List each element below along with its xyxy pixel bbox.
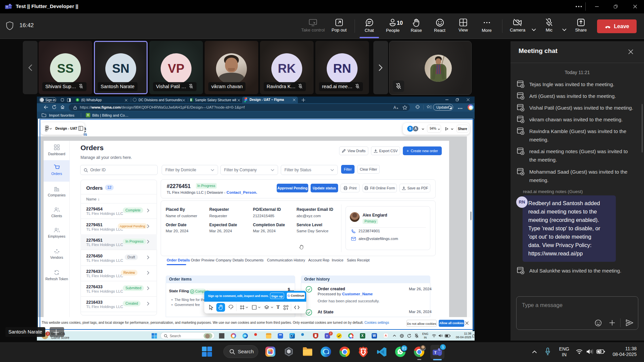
svg-text:T: T xyxy=(434,351,437,355)
svg-text:A: A xyxy=(393,105,396,110)
svg-text:T: T xyxy=(6,5,8,9)
